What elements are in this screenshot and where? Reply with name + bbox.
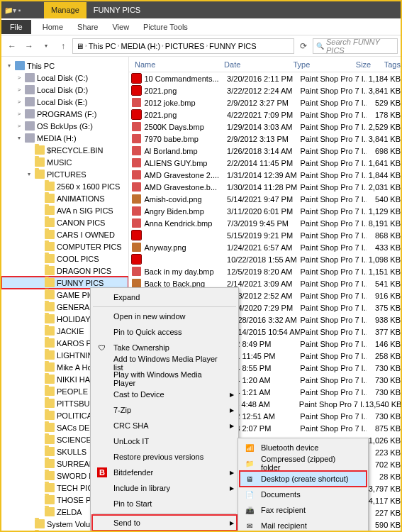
- tree-item[interactable]: MUSIC: [1, 156, 128, 168]
- tree-item[interactable]: 2560 x 1600 PICS: [1, 180, 128, 192]
- tree-item[interactable]: COOL PICS: [1, 253, 128, 265]
- file-row[interactable]: 2012 joke.bmp2/9/2012 3:27 PMPaint Shop …: [129, 96, 401, 109]
- file-row[interactable]: AMD Gravestone 2....1/31/2014 12:39 AMPa…: [129, 169, 401, 181]
- ctx-expand[interactable]: Expand: [92, 289, 237, 305]
- qat-icon[interactable]: 📁▾ ▪: [4, 6, 21, 14]
- ctx-include-in-library[interactable]: Include in library▶: [92, 480, 237, 496]
- file-row[interactable]: 10 Commandments...3/20/2016 2:11 PMPaint…: [129, 72, 401, 84]
- ctx--zip[interactable]: 7-Zip▶: [92, 402, 237, 418]
- col-type[interactable]: Type: [290, 60, 352, 69]
- file-row[interactable]: AMD Gravestone.b...1/30/2014 11:28 PMPai…: [129, 181, 401, 193]
- file-row[interactable]: Amish-covid.png5/14/2021 9:47 PMPaint Sh…: [129, 193, 401, 205]
- up-button[interactable]: ↑: [55, 38, 71, 54]
- ctx-open-in-new-window[interactable]: Open in new window: [92, 309, 237, 324]
- file-row[interactable]: 2500K Days.bmp1/29/2014 3:03 AMPaint Sho…: [129, 121, 401, 133]
- ctx-bitdefender[interactable]: BBitdefender▶: [92, 465, 237, 480]
- file-row[interactable]: Anyway.png1/24/2021 6:57 AMPaint Shop Pr…: [129, 241, 401, 253]
- window-title: FUNNY PICS: [86, 2, 147, 18]
- sendto-fax-recipient[interactable]: 📠Fax recipient: [240, 502, 367, 518]
- crumb[interactable]: PICTURES: [165, 42, 205, 50]
- file-row[interactable]: 2021.png3/22/2012 2:24 AMPaint Shop Pro …: [129, 84, 401, 96]
- ctx-take-ownership[interactable]: 🛡Take Ownership: [92, 340, 237, 355]
- tree-item[interactable]: AVA n SIG PICS: [1, 204, 128, 216]
- file-row[interactable]: 7970 babe.bmp2/9/2012 3:13 PMPaint Shop …: [129, 133, 401, 145]
- file-row[interactable]: Angry Biden.bmp3/11/2020 6:01 PMPaint Sh…: [129, 205, 401, 217]
- crumb[interactable]: This PC: [89, 42, 116, 50]
- ribbon-manage[interactable]: Manage: [44, 2, 86, 18]
- col-date[interactable]: Date: [221, 60, 290, 69]
- crumb[interactable]: MEDIA (H:): [121, 42, 160, 50]
- ctx-send-to[interactable]: Send to▶: [92, 515, 237, 531]
- tree-item[interactable]: ▾This PC: [1, 60, 128, 72]
- ctx-crc-sha[interactable]: CRC SHA▶: [92, 418, 237, 433]
- file-row[interactable]: Al Borland.bmp1/26/2018 3:14 AMPaint Sho…: [129, 145, 401, 157]
- pc-icon: 🖥: [76, 42, 84, 50]
- file-row[interactable]: 10/22/2018 1:55 AMPaint Shop Pro 7 I...1…: [129, 253, 401, 265]
- ctx-restore-previous-versions[interactable]: Restore previous versions: [92, 449, 237, 465]
- file-row[interactable]: Back in my day.bmp12/5/2019 8:20 AMPaint…: [129, 265, 401, 277]
- ctx-pin-to-quick-access[interactable]: Pin to Quick access: [92, 324, 237, 340]
- breadcrumb[interactable]: 🖥› This PC› MEDIA (H:)› PICTURES› FUNNY …: [72, 38, 294, 54]
- col-tags[interactable]: Tags: [381, 60, 401, 69]
- sendto-submenu[interactable]: 📶Bluetooth device📁Compressed (zipped) fo…: [238, 438, 369, 532]
- view-tab[interactable]: View: [105, 23, 136, 31]
- col-size[interactable]: Size: [353, 60, 381, 69]
- address-bar: ← → ▾ ↑ 🖥› This PC› MEDIA (H:)› PICTURES…: [1, 35, 401, 57]
- file-row[interactable]: ALIENS GUY.bmp2/2/2014 11:45 PMPaint Sho…: [129, 157, 401, 169]
- tree-item[interactable]: ▾PICTURES: [1, 168, 128, 180]
- file-row[interactable]: 2021.png4/22/2021 7:09 PMPaint Shop Pro …: [129, 109, 401, 121]
- home-tab[interactable]: Home: [35, 23, 70, 31]
- menubar: File Home Share View Picture Tools: [1, 18, 401, 35]
- tree-item[interactable]: >Local Disk (E:): [1, 96, 128, 108]
- share-tab[interactable]: Share: [70, 23, 105, 31]
- sendto-compressed-zipped-folder[interactable]: 📁Compressed (zipped) folder: [240, 455, 367, 471]
- tree-item[interactable]: CANON PICS: [1, 216, 128, 228]
- tree-item[interactable]: $RECYCLE.BIN: [1, 144, 128, 156]
- search-input[interactable]: Search FUNNY PICS: [313, 38, 398, 54]
- ctx-unlock-it[interactable]: UnLock IT: [92, 433, 237, 449]
- tree-item[interactable]: >Local Disk (D:): [1, 84, 128, 96]
- tree-item[interactable]: >OS BckUps (G:): [1, 120, 128, 132]
- col-name[interactable]: Name: [132, 60, 221, 69]
- tree-item[interactable]: ▾MEDIA (H:): [1, 132, 128, 144]
- sendto-desktop-create-shortcut-[interactable]: 🖥Desktop (create shortcut): [240, 471, 367, 487]
- forward-button[interactable]: →: [21, 38, 37, 54]
- context-menu[interactable]: ExpandOpen in new windowPin to Quick acc…: [90, 287, 239, 532]
- ctx-add-to-windows-media-player-list[interactable]: Add to Windows Media Player list: [92, 355, 237, 371]
- picture-tools-tab[interactable]: Picture Tools: [136, 23, 195, 31]
- sendto-bluetooth-device[interactable]: 📶Bluetooth device: [240, 440, 367, 455]
- crumb[interactable]: FUNNY PICS: [209, 42, 256, 50]
- tree-item[interactable]: COMPUTER PICS: [1, 240, 128, 253]
- column-headers[interactable]: Name Date Type Size Tags: [129, 57, 401, 72]
- file-tab[interactable]: File: [1, 20, 31, 34]
- sendto-mail-recipient[interactable]: ✉Mail recipient: [240, 518, 367, 532]
- ctx-pin-to-start[interactable]: Pin to Start: [92, 496, 237, 511]
- tree-item[interactable]: >Local Disk (C:): [1, 72, 128, 84]
- tree-item[interactable]: CARS I OWNED: [1, 228, 128, 240]
- back-button[interactable]: ←: [4, 38, 20, 54]
- titlebar: 📁▾ ▪ Manage FUNNY PICS: [1, 1, 401, 18]
- sendto-documents[interactable]: 📄Documents: [240, 487, 367, 502]
- ctx-play-with-windows-media-player[interactable]: Play with Windows Media Player: [92, 371, 237, 387]
- recent-dropdown[interactable]: ▾: [38, 38, 54, 54]
- tree-item[interactable]: DRAGON PICS: [1, 265, 128, 277]
- refresh-button[interactable]: ⟳: [296, 38, 311, 54]
- file-row[interactable]: Anna Kendrick.bmp7/3/2019 9:45 PMPaint S…: [129, 217, 401, 229]
- ctx-cast-to-device[interactable]: Cast to Device▶: [92, 387, 237, 402]
- tree-item[interactable]: ANIMATIONS: [1, 192, 128, 204]
- tree-item[interactable]: >PROGRAMS (F:): [1, 108, 128, 120]
- file-row[interactable]: 5/15/2019 9:21 PMPaint Shop Pro 7 I...86…: [129, 229, 401, 241]
